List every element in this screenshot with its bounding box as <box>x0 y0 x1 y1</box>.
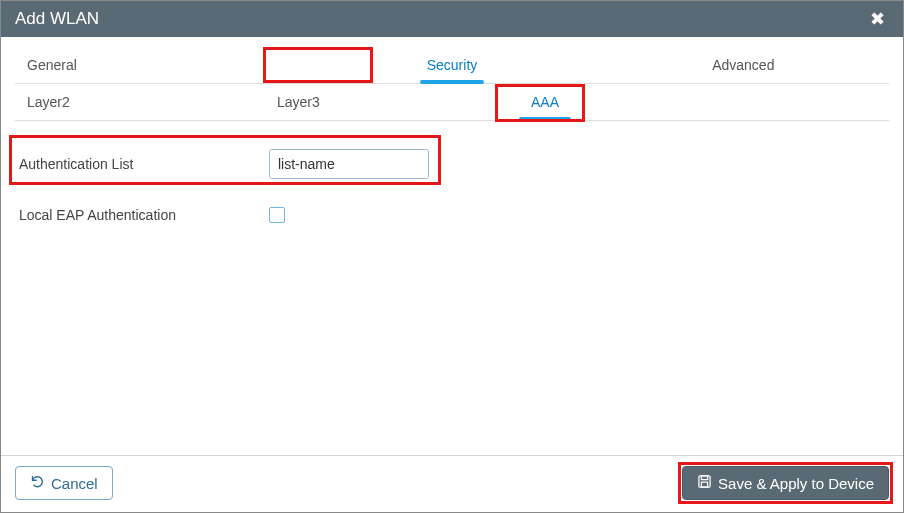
auth-list-label: Authentication List <box>19 156 269 172</box>
save-apply-button[interactable]: Save & Apply to Device <box>682 466 889 500</box>
add-wlan-dialog: Add WLAN ✖ General Security Advanced <box>0 0 904 513</box>
sub-tabs-wrap: Layer2 Layer3 AAA <box>15 84 889 121</box>
dialog-body: General Security Advanced Layer2 Layer3 <box>1 37 903 455</box>
titlebar: Add WLAN ✖ <box>1 1 903 37</box>
cancel-button-label: Cancel <box>51 475 98 492</box>
subtab-aaa-label: AAA <box>531 94 559 110</box>
auth-list-input[interactable] <box>270 150 429 178</box>
subtab-layer2[interactable]: Layer2 <box>15 84 265 120</box>
auth-list-combobox[interactable] <box>269 149 429 179</box>
tab-general-label: General <box>27 57 77 73</box>
subtab-layer3[interactable]: Layer3 <box>265 84 485 120</box>
close-icon[interactable]: ✖ <box>866 8 889 30</box>
row-local-eap: Local EAP Authentication <box>19 207 885 223</box>
subtab-layer3-label: Layer3 <box>277 94 320 110</box>
svg-rect-2 <box>701 482 707 487</box>
svg-rect-1 <box>701 476 707 480</box>
sub-tabs: Layer2 Layer3 AAA <box>15 84 889 121</box>
tab-advanced[interactable]: Advanced <box>598 49 889 83</box>
tab-general[interactable]: General <box>15 49 306 83</box>
main-tabs-wrap: General Security Advanced <box>15 49 889 84</box>
cancel-button[interactable]: Cancel <box>15 466 113 500</box>
row-authentication-list: Authentication List <box>19 149 885 179</box>
window-title: Add WLAN <box>15 9 99 29</box>
local-eap-checkbox[interactable] <box>269 207 285 223</box>
dialog-footer: Cancel Save & Apply to Device <box>1 455 903 512</box>
tab-security[interactable]: Security <box>306 49 597 83</box>
tab-security-label: Security <box>427 57 478 73</box>
subtab-aaa[interactable]: AAA <box>485 84 605 120</box>
main-tabs: General Security Advanced <box>15 49 889 84</box>
save-icon <box>697 474 712 492</box>
form-content: Authentication List Local EAP Authentica… <box>15 121 889 455</box>
save-button-label: Save & Apply to Device <box>718 475 874 492</box>
undo-icon <box>30 474 45 492</box>
subtab-layer2-label: Layer2 <box>27 94 70 110</box>
tab-advanced-label: Advanced <box>712 57 774 73</box>
local-eap-label: Local EAP Authentication <box>19 207 269 223</box>
